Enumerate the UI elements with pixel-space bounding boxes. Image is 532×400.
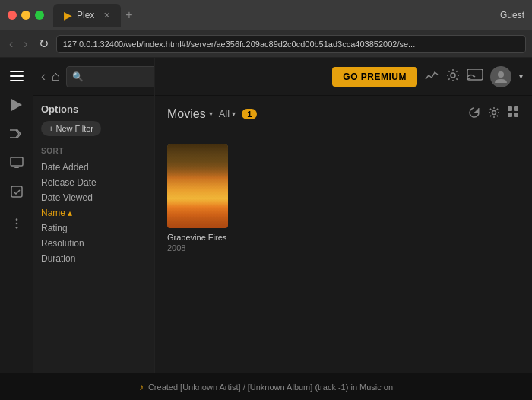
sidebar-nav-icon[interactable] <box>3 62 30 90</box>
topbar-back-icon[interactable]: ‹ <box>41 68 46 84</box>
plex-tab-icon: ▶ <box>64 9 72 21</box>
movie-year: 2008 <box>167 243 228 252</box>
svg-rect-14 <box>508 106 512 111</box>
premium-button[interactable]: GO PREMIUM <box>332 67 417 87</box>
sort-item[interactable]: Date Added <box>41 160 147 175</box>
svg-rect-1 <box>10 75 24 77</box>
sort-items-list: Date AddedRelease DateDate ViewedName ▴R… <box>41 160 147 266</box>
app-body: ‹ ⌂ 🔍 Options + New Filter SORT Date Add… <box>0 58 532 373</box>
filter-label[interactable]: All ▾ <box>219 108 236 119</box>
svg-point-12 <box>498 71 504 78</box>
sidebar-play-icon[interactable] <box>3 91 30 119</box>
movie-grid: Grapevine Fires 2008 <box>155 132 532 373</box>
new-tab-button[interactable]: + <box>125 8 132 22</box>
sidebar-check-icon[interactable] <box>3 178 30 205</box>
movie-thumbnail <box>167 144 228 228</box>
tab-title: Plex <box>77 10 94 21</box>
svg-point-13 <box>492 110 496 114</box>
address-input[interactable] <box>56 35 526 53</box>
sort-section-label: SORT <box>41 147 147 155</box>
main-content: GO PREMIUM <box>155 58 532 373</box>
settings-icon[interactable] <box>446 68 460 85</box>
options-panel: ‹ ⌂ 🔍 Options + New Filter SORT Date Add… <box>33 58 155 373</box>
guest-label: Guest <box>500 10 524 21</box>
sort-item[interactable]: Rating <box>41 221 147 236</box>
addressbar: ‹ › ↻ <box>0 30 532 58</box>
movie-title: Grapevine Fires <box>167 232 228 243</box>
filter-label-text: All <box>219 108 230 119</box>
back-button[interactable]: ‹ <box>6 36 16 52</box>
library-settings-button[interactable] <box>488 106 500 122</box>
sidebar-more-icon[interactable] <box>3 210 30 237</box>
user-menu-chevron[interactable]: ▾ <box>519 72 523 81</box>
movie-card[interactable]: Grapevine Fires 2008 <box>167 144 228 252</box>
sort-item[interactable]: Release Date <box>41 175 147 190</box>
svg-rect-17 <box>514 113 518 117</box>
sort-item[interactable]: Duration <box>41 251 147 266</box>
svg-point-8 <box>15 223 17 225</box>
movie-poster-image <box>167 144 228 228</box>
content-header: Movies ▾ All ▾ 1 <box>155 96 532 132</box>
app-topbar-right: GO PREMIUM <box>155 58 532 96</box>
statusbar-text: Created [Unknown Artist] / [Unknown Albu… <box>148 383 393 392</box>
header-actions <box>468 106 520 122</box>
analytics-icon[interactable] <box>425 68 439 85</box>
options-title: Options <box>41 103 147 115</box>
sort-item[interactable]: Resolution <box>41 236 147 251</box>
search-icon: 🔍 <box>72 71 84 82</box>
svg-rect-15 <box>514 106 518 111</box>
tab-bar: ▶ Plex ✕ + <box>53 4 500 27</box>
search-wrapper: 🔍 <box>66 66 155 87</box>
count-badge: 1 <box>242 109 257 119</box>
library-title[interactable]: Movies ▾ <box>167 107 213 121</box>
sidebar-shuffle-icon[interactable] <box>3 120 30 148</box>
library-chevron: ▾ <box>209 110 213 118</box>
svg-rect-6 <box>11 186 22 197</box>
svg-marker-3 <box>11 99 22 111</box>
close-button[interactable] <box>8 11 17 20</box>
new-filter-button[interactable]: + New Filter <box>41 121 101 136</box>
svg-rect-4 <box>11 157 23 166</box>
tab-close-button[interactable]: ✕ <box>103 11 110 21</box>
new-filter-label: + New Filter <box>49 124 93 133</box>
traffic-lights <box>8 11 44 20</box>
sidebar-tv-icon[interactable] <box>3 149 30 176</box>
statusbar-icon: ♪ <box>139 382 144 392</box>
user-avatar[interactable] <box>490 66 511 87</box>
refresh-library-button[interactable] <box>468 106 480 122</box>
svg-rect-5 <box>14 167 19 168</box>
filter-chevron: ▾ <box>232 110 236 118</box>
grid-view-button[interactable] <box>508 106 520 122</box>
minimize-button[interactable] <box>21 11 30 20</box>
topbar-icons: ▾ <box>425 66 523 87</box>
refresh-button[interactable]: ↻ <box>36 35 52 52</box>
library-title-text: Movies <box>167 107 206 121</box>
svg-point-7 <box>15 218 17 221</box>
maximize-button[interactable] <box>35 11 44 20</box>
svg-rect-0 <box>10 71 24 72</box>
app-window: ▶ Plex ✕ + Guest ‹ › ↻ <box>0 0 532 400</box>
sort-item[interactable]: Name ▴ <box>41 205 147 221</box>
forward-button[interactable]: › <box>21 36 30 52</box>
sort-item[interactable]: Date Viewed <box>41 190 147 205</box>
cast-icon[interactable] <box>467 69 483 84</box>
svg-rect-16 <box>508 113 512 117</box>
left-sidebar <box>0 58 33 373</box>
svg-point-9 <box>15 227 17 229</box>
svg-point-10 <box>451 73 455 78</box>
statusbar: ♪ Created [Unknown Artist] / [Unknown Al… <box>0 373 532 400</box>
titlebar: ▶ Plex ✕ + Guest <box>0 0 532 30</box>
svg-rect-2 <box>10 80 24 81</box>
topbar-home-icon[interactable]: ⌂ <box>52 68 60 84</box>
plex-tab[interactable]: ▶ Plex ✕ <box>53 4 121 27</box>
